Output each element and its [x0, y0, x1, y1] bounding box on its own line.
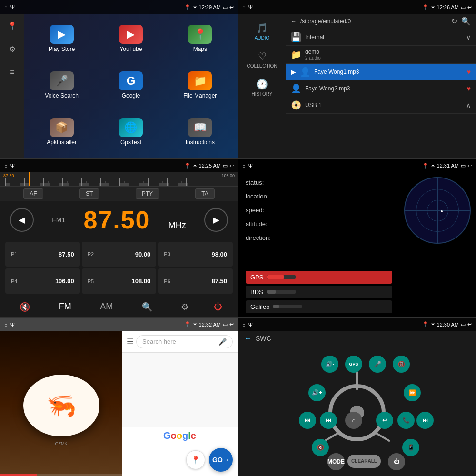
- sidebar-settings[interactable]: ⚙: [6, 42, 19, 57]
- maps-icon: 📍: [188, 25, 212, 44]
- swc-phone-btn[interactable]: 📱: [402, 439, 419, 456]
- fb-item-faye2[interactable]: 👤 Faye Wong2.mp3 ♥: [286, 80, 476, 97]
- swc-clearall-btn[interactable]: CLEARALL: [347, 455, 381, 468]
- fb-path-actions: ↻ 🔍: [451, 17, 471, 26]
- swc-mic-btn[interactable]: 🎤: [369, 356, 386, 373]
- sp-menu-icon[interactable]: ☰: [127, 337, 133, 346]
- gps-signal-bds[interactable]: BDS: [246, 286, 392, 298]
- radio-mute-btn[interactable]: 🔇: [16, 300, 34, 314]
- swc-fwd-btn[interactable]: ⏭: [320, 412, 337, 429]
- gps-bar-gps: [267, 275, 296, 279]
- swc-hang-btn[interactable]: 📞: [397, 412, 415, 429]
- home-icon-p2[interactable]: ⌂: [242, 4, 246, 10]
- back-icon-p1[interactable]: ↩: [229, 4, 234, 10]
- faye1-heart[interactable]: ♥: [467, 68, 471, 76]
- fb-back-icon[interactable]: ←: [291, 18, 297, 25]
- fb-nav-collection[interactable]: ♡ COLLECTION: [238, 47, 286, 72]
- home-icon-p4[interactable]: ⌂: [242, 163, 246, 169]
- preset-p4-value: 106.00: [55, 278, 74, 285]
- app-youtube[interactable]: ▶ YouTube: [98, 17, 163, 60]
- preset-p2[interactable]: P2 90.00: [82, 242, 157, 267]
- swc-mode-btn[interactable]: MODE: [327, 453, 345, 470]
- freq-min-label: 87.50: [3, 173, 14, 178]
- app-gps-test[interactable]: 🌐 GpsTest: [98, 110, 163, 153]
- sp-mic-icon[interactable]: 🎤: [218, 338, 227, 346]
- swc-back-btn[interactable]: ←: [244, 334, 252, 343]
- radio-next-btn[interactable]: ▶: [204, 208, 228, 232]
- app-maps[interactable]: 📍 Maps: [168, 17, 233, 60]
- fb-item-faye1[interactable]: ▶ 👤 Faye Wong1.mp3 ♥: [286, 64, 476, 80]
- swc-skip-fwd-btn[interactable]: ⏩: [404, 384, 421, 401]
- gps-status-panel: ⌂ Ψ 📍 ✶ 12:31 AM ▭ ↩ status: location:: [238, 159, 476, 317]
- fb-nav-audio[interactable]: 🎵 AUDIO: [238, 19, 286, 44]
- app-voice-search[interactable]: 🎤 Voice Search: [29, 64, 94, 107]
- sp-location-btn[interactable]: 📍: [186, 450, 205, 469]
- radio-btn-pty[interactable]: PTY: [136, 188, 159, 199]
- swc-vol-down-btn[interactable]: 🔊-: [321, 356, 338, 373]
- fb-search-icon[interactable]: 🔍: [461, 17, 471, 26]
- app-file-manager[interactable]: 📁 File Manager: [168, 64, 233, 107]
- back-icon-p4[interactable]: ↩: [467, 163, 472, 169]
- fb-item-demo[interactable]: 📁 demo 2 audio: [286, 46, 476, 64]
- radio-prev-btn[interactable]: ◀: [10, 208, 34, 232]
- app-apk-installer[interactable]: 📦 ApkInstaller: [29, 110, 94, 153]
- back-icon-p2[interactable]: ↩: [467, 4, 472, 10]
- gps-test-label: GpsTest: [120, 139, 141, 146]
- swc-gps-btn[interactable]: GPS: [345, 356, 362, 373]
- preset-p1[interactable]: P1 87.50: [5, 242, 80, 267]
- swc-vol-off-btn[interactable]: 🔇: [312, 439, 329, 456]
- radio-btn-ta[interactable]: TA: [195, 188, 214, 199]
- back-icon-p3[interactable]: ↩: [229, 163, 234, 169]
- battery-icon-p5: ▭: [223, 321, 228, 327]
- radio-btn-af[interactable]: AF: [23, 188, 43, 199]
- preset-p4[interactable]: P4 106.00: [5, 268, 80, 293]
- swc-header: ← SWC: [238, 331, 476, 346]
- swc-call-end-btn[interactable]: 📵: [393, 356, 410, 373]
- radio-am-btn[interactable]: AM: [96, 300, 117, 314]
- preset-p3[interactable]: P3 98.00: [158, 242, 233, 267]
- fb-item-internal[interactable]: 💾 Internal ∨: [286, 29, 476, 46]
- search-box[interactable]: Search here 🎤: [136, 335, 233, 348]
- apk-installer-label: ApkInstaller: [47, 139, 77, 146]
- radio-eq-btn[interactable]: ⚙: [177, 300, 192, 314]
- sidebar-eq[interactable]: ≡: [7, 65, 17, 79]
- gps-signal-gps[interactable]: GPS: [246, 271, 392, 284]
- radio-search-btn[interactable]: 🔍: [138, 300, 156, 314]
- home-icon-p1[interactable]: ⌂: [4, 4, 8, 10]
- faye1-name: Faye Wong1.mp3: [314, 69, 463, 75]
- home-icon-p5[interactable]: ⌂: [4, 322, 8, 327]
- faye2-heart[interactable]: ♥: [467, 85, 471, 92]
- radio-power-btn[interactable]: ⏻: [214, 302, 222, 312]
- sidebar-location[interactable]: 📍: [5, 19, 20, 33]
- swc-vol-up-btn[interactable]: 🔊+: [308, 384, 326, 401]
- usb-icon-p2: Ψ: [248, 4, 253, 10]
- gps-signal-galileo[interactable]: Galileo: [246, 300, 392, 313]
- voice-search-label: Voice Search: [45, 92, 79, 99]
- swc-back-nav-btn[interactable]: ↩: [376, 412, 393, 429]
- swc-panel: ⌂ Ψ 📍 ✶ 12:30 AM ▭ ↩ ← SWC: [238, 317, 476, 476]
- back-icon-p6[interactable]: ↩: [467, 321, 472, 327]
- preset-p5[interactable]: P5 108.00: [82, 268, 157, 293]
- fb-nav-history[interactable]: 🕐 HISTORY: [238, 75, 286, 100]
- preset-p2-label: P2: [88, 251, 94, 257]
- back-icon-p5[interactable]: ↩: [229, 321, 234, 327]
- swc-power-btn[interactable]: ⏻: [388, 453, 405, 470]
- radio-mode-label: FM1: [52, 216, 65, 224]
- preset-p6[interactable]: P6 87.50: [158, 268, 233, 293]
- app-google[interactable]: G Google: [98, 64, 163, 107]
- swc-home-btn[interactable]: ⌂: [345, 412, 362, 429]
- fb-refresh-icon[interactable]: ↻: [451, 17, 457, 26]
- sp-go-btn[interactable]: GO →: [209, 448, 233, 472]
- swc-rew-btn[interactable]: ⏮: [299, 412, 316, 429]
- swc-next-btn[interactable]: ⏭: [416, 412, 434, 429]
- app-instructions[interactable]: 📖 Instructions: [168, 110, 233, 153]
- gps-radar: [399, 172, 476, 317]
- radio-fm-btn[interactable]: FM: [55, 300, 75, 314]
- time-p1: 12:29 AM: [199, 4, 221, 10]
- home-icon-p6[interactable]: ⌂: [242, 322, 246, 327]
- home-icon-p3[interactable]: ⌂: [4, 163, 8, 169]
- bt-icon-p6: ✶: [431, 321, 435, 327]
- fb-item-usb1[interactable]: 📀 USB 1 ∧: [286, 97, 476, 114]
- radio-btn-st[interactable]: ST: [79, 188, 99, 199]
- app-play-store[interactable]: ▶ Play Store: [29, 17, 94, 60]
